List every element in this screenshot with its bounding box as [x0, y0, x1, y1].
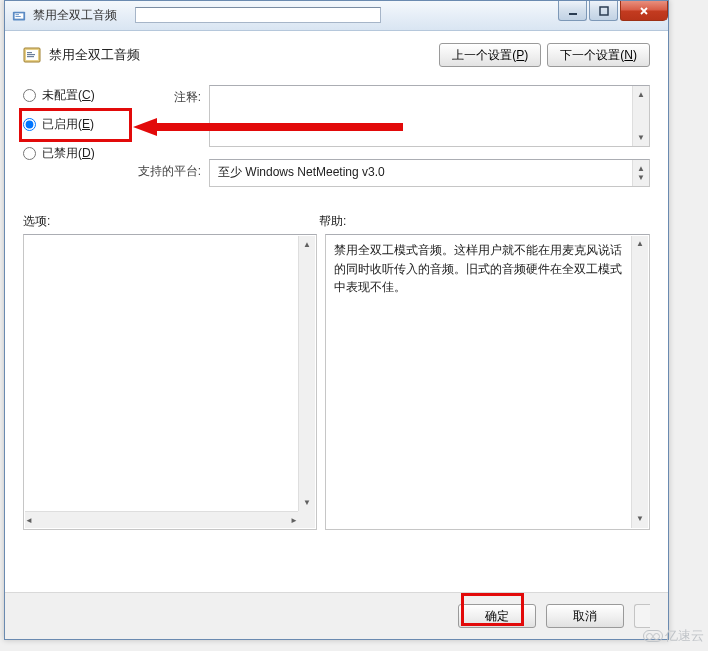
- svg-rect-4: [569, 13, 577, 15]
- radio-not-configured-input[interactable]: [23, 89, 36, 102]
- platform-scrollbar[interactable]: ▲ ▼: [632, 160, 649, 186]
- radio-enabled-label: 已启用(E): [42, 116, 94, 133]
- window-controls: [556, 1, 668, 21]
- maximize-button[interactable]: [589, 1, 618, 21]
- radio-not-configured[interactable]: 未配置(C): [23, 87, 123, 104]
- cancel-button[interactable]: 取消: [546, 604, 624, 628]
- watermark-logo-icon: [643, 630, 663, 642]
- scroll-corner: [298, 511, 315, 528]
- comment-label: 注释:: [137, 85, 209, 147]
- svg-rect-3: [16, 16, 21, 17]
- pane-labels: 选项: 帮助:: [23, 213, 650, 230]
- close-button[interactable]: [620, 1, 668, 21]
- titlebar-search-input[interactable]: [135, 7, 381, 23]
- options-scrollbar-v[interactable]: ▲ ▼: [298, 236, 315, 528]
- dialog-window: 禁用全双工音频 禁用全双工音频 上一个设置(P) 下一个设置(N): [4, 0, 669, 640]
- radio-enabled-input[interactable]: [23, 118, 36, 131]
- comment-scrollbar[interactable]: ▲ ▼: [632, 86, 649, 146]
- app-icon: [11, 8, 27, 24]
- radio-disabled-input[interactable]: [23, 147, 36, 160]
- comment-textbox[interactable]: [209, 85, 650, 147]
- platform-label: 支持的平台:: [137, 159, 209, 187]
- scroll-up-icon[interactable]: ▲: [633, 86, 649, 103]
- previous-setting-button[interactable]: 上一个设置(P): [439, 43, 541, 67]
- next-setting-button[interactable]: 下一个设置(N): [547, 43, 650, 67]
- radio-not-configured-label: 未配置(C): [42, 87, 95, 104]
- radio-enabled[interactable]: 已启用(E): [23, 116, 123, 133]
- scroll-down-icon[interactable]: ▼: [299, 494, 315, 511]
- svg-rect-2: [16, 14, 20, 15]
- help-label: 帮助:: [319, 213, 346, 230]
- apply-button-partial: [634, 604, 650, 628]
- radio-disabled[interactable]: 已禁用(D): [23, 145, 123, 162]
- policy-icon: [23, 46, 41, 64]
- scroll-right-icon[interactable]: ►: [290, 512, 298, 529]
- options-pane[interactable]: ▲ ▼ ◄ ►: [23, 234, 317, 530]
- svg-rect-10: [27, 56, 34, 57]
- help-text: 禁用全双工模式音频。这样用户就不能在用麦克风说话的同时收听传入的音频。旧式的音频…: [334, 243, 622, 294]
- help-scrollbar[interactable]: ▲ ▼: [631, 236, 648, 528]
- minimize-button[interactable]: [558, 1, 587, 21]
- help-pane: 禁用全双工模式音频。这样用户就不能在用麦克风说话的同时收听传入的音频。旧式的音频…: [325, 234, 650, 530]
- header-row: 禁用全双工音频 上一个设置(P) 下一个设置(N): [23, 43, 650, 67]
- fields-column: 注释: ▲ ▼ 支持的平台: 至少 Windows NetMeeting v3.…: [137, 85, 650, 199]
- svg-rect-5: [600, 7, 608, 15]
- svg-rect-8: [27, 52, 32, 53]
- dialog-content: 禁用全双工音频 上一个设置(P) 下一个设置(N) 未配置(C) 已启用(E): [5, 31, 668, 542]
- scroll-up-icon[interactable]: ▲: [632, 236, 648, 253]
- panes-row: ▲ ▼ ◄ ► 禁用全双工模式音频。这样用户就不能在用麦克风说话的同时收听传入的…: [23, 234, 650, 530]
- window-title: 禁用全双工音频: [33, 7, 117, 24]
- svg-rect-9: [27, 54, 35, 55]
- scroll-down-icon[interactable]: ▼: [633, 169, 649, 186]
- policy-title: 禁用全双工音频: [49, 46, 439, 64]
- radio-disabled-label: 已禁用(D): [42, 145, 95, 162]
- scroll-up-icon[interactable]: ▲: [299, 236, 315, 253]
- options-scrollbar-h[interactable]: ◄ ►: [25, 511, 298, 528]
- dialog-footer: 确定 取消: [5, 592, 668, 639]
- config-row: 未配置(C) 已启用(E) 已禁用(D) 注释:: [23, 85, 650, 199]
- platform-textbox: 至少 Windows NetMeeting v3.0: [209, 159, 650, 187]
- scroll-down-icon[interactable]: ▼: [633, 129, 649, 146]
- watermark-text: 亿速云: [665, 627, 704, 645]
- radio-group: 未配置(C) 已启用(E) 已禁用(D): [23, 85, 123, 199]
- watermark: 亿速云: [643, 627, 704, 645]
- scroll-down-icon[interactable]: ▼: [632, 511, 648, 528]
- titlebar[interactable]: 禁用全双工音频: [5, 1, 668, 31]
- options-label: 选项:: [23, 213, 319, 230]
- ok-button[interactable]: 确定: [458, 604, 536, 628]
- scroll-left-icon[interactable]: ◄: [25, 512, 33, 529]
